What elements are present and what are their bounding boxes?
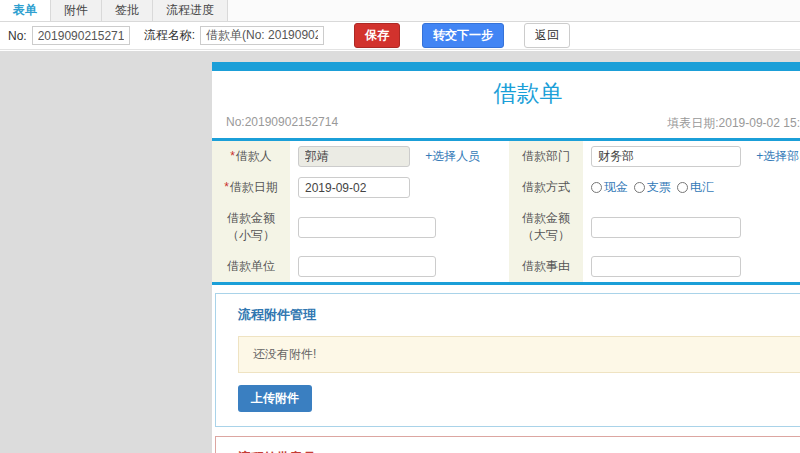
form-title: 借款单: [212, 71, 800, 112]
department-field-cell: +选择部门: [583, 140, 800, 173]
form-meta-row: No:20190902152714 填表日期:2019-09-02 15:27:…: [212, 112, 800, 138]
no-label: No:: [8, 29, 27, 43]
method-label-cell: 借款方式: [509, 172, 583, 203]
amount-upper-input[interactable]: [591, 217, 741, 238]
form-date-text: 填表日期:2019-09-02 15:27:14: [667, 115, 800, 132]
wire-radio-label[interactable]: 电汇: [690, 179, 714, 196]
save-button[interactable]: 保存: [354, 23, 400, 48]
tab-approval[interactable]: 签批: [102, 0, 153, 21]
no-input[interactable]: [32, 26, 130, 45]
cheque-radio-label[interactable]: 支票: [647, 179, 671, 196]
amount-lower-label-cell: 借款金额（小写）: [212, 203, 290, 251]
reason-label: 借款事由: [522, 259, 570, 273]
table-row: *借款人 +选择人员 借款部门 +选择部门: [212, 140, 800, 173]
reason-field-cell: [583, 251, 800, 284]
loan-date-label: 借款日期: [230, 180, 278, 194]
loan-date-input[interactable]: [298, 177, 410, 198]
toolbar: No: 流程名称: 保存 转交下一步 返回: [0, 22, 800, 50]
method-label: 借款方式: [522, 180, 570, 194]
amount-upper-label-cell: 借款金额（大写）: [509, 203, 583, 251]
loan-form-table: *借款人 +选择人员 借款部门 +选择部门 *借款日期: [212, 138, 800, 285]
amount-lower-field-cell: [290, 203, 509, 251]
process-name-input[interactable]: [200, 26, 324, 45]
panel-top-accent-bar: [212, 62, 800, 71]
borrower-label-cell: *借款人: [212, 140, 290, 173]
tab-form[interactable]: 表单: [0, 0, 51, 21]
borrower-label: 借款人: [236, 149, 272, 163]
no-attachments-alert: 还没有附件!: [238, 336, 800, 373]
amount-lower-input[interactable]: [298, 217, 436, 238]
required-asterisk: *: [224, 180, 229, 194]
form-number-text: No:20190902152714: [226, 115, 338, 132]
department-label-cell: 借款部门: [509, 140, 583, 173]
loan-date-field-cell: [290, 172, 509, 203]
tab-bar: 表单 附件 签批 流程进度: [0, 0, 800, 22]
attachments-title: 流程附件管理: [238, 306, 800, 324]
reason-input[interactable]: [591, 256, 741, 277]
table-row: 借款金额（小写） 借款金额（大写）: [212, 203, 800, 251]
cash-radio-label[interactable]: 现金: [604, 179, 628, 196]
attachments-panel: 流程附件管理 还没有附件! 上传附件: [215, 293, 800, 427]
cash-radio[interactable]: [591, 182, 602, 193]
loan-form-panel: 借款单 No:20190902152714 填表日期:2019-09-02 15…: [212, 62, 800, 453]
select-department-link[interactable]: +选择部门: [756, 149, 800, 163]
borrower-field-cell: +选择人员: [290, 140, 509, 173]
method-field-cell: 现金 支票 电汇: [583, 172, 800, 203]
table-row: *借款日期 借款方式 现金 支票 电汇: [212, 172, 800, 203]
department-label: 借款部门: [522, 149, 570, 163]
department-input[interactable]: [591, 146, 741, 167]
amount-upper-field-cell: [583, 203, 800, 251]
amount-lower-label: 借款金额（小写）: [227, 211, 275, 242]
unit-label-cell: 借款单位: [212, 251, 290, 284]
content-area: 借款单 No:20190902152714 填表日期:2019-09-02 15…: [0, 51, 800, 453]
tab-progress[interactable]: 流程进度: [153, 0, 228, 21]
cheque-radio[interactable]: [634, 182, 645, 193]
forward-next-step-button[interactable]: 转交下一步: [422, 23, 504, 48]
select-person-link[interactable]: +选择人员: [425, 149, 480, 163]
amount-upper-label: 借款金额（大写）: [522, 211, 570, 242]
borrower-input[interactable]: [298, 146, 410, 167]
approval-title: 流程签批意见: [238, 449, 800, 453]
loan-date-label-cell: *借款日期: [212, 172, 290, 203]
tab-attachments[interactable]: 附件: [51, 0, 102, 21]
unit-field-cell: [290, 251, 509, 284]
unit-label: 借款单位: [227, 259, 275, 273]
required-asterisk: *: [230, 149, 235, 163]
back-button[interactable]: 返回: [524, 23, 570, 48]
table-row: 借款单位 借款事由: [212, 251, 800, 284]
wire-radio[interactable]: [677, 182, 688, 193]
unit-input[interactable]: [298, 256, 436, 277]
reason-label-cell: 借款事由: [509, 251, 583, 284]
process-name-label: 流程名称:: [144, 27, 195, 44]
upload-attachment-button[interactable]: 上传附件: [238, 385, 312, 412]
approval-panel: 流程签批意见 B I abc: [215, 436, 800, 453]
